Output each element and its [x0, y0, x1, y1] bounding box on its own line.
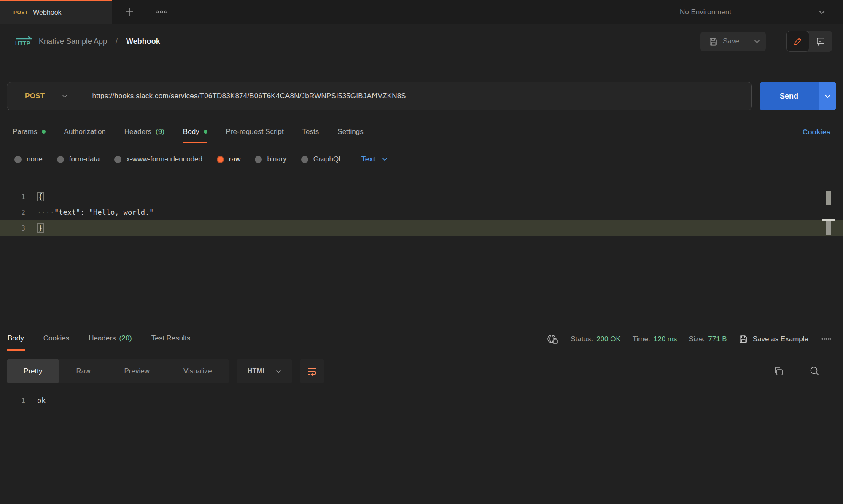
response-tab-headers[interactable]: Headers (20): [88, 327, 133, 351]
params-active-dot: [42, 130, 46, 134]
environment-selector[interactable]: No Environment: [660, 0, 843, 24]
response-tab-cookies[interactable]: Cookies: [43, 327, 70, 351]
body-mode-row: none form-data x-www-form-urlencoded raw…: [0, 151, 843, 168]
pencil-icon: [793, 37, 803, 46]
mode-graphql[interactable]: GraphQL: [301, 155, 343, 164]
view-preview-button[interactable]: Preview: [107, 359, 166, 383]
response-view-controls: Pretty Raw Preview Visualize HTML: [7, 359, 324, 383]
radio-icon: [301, 156, 308, 163]
radio-icon: [114, 156, 121, 163]
tab-authorization-label: Authorization: [64, 128, 106, 136]
chevron-down-icon: [754, 40, 760, 43]
mode-none[interactable]: none: [14, 155, 43, 164]
response-headers-count-badge: (20): [119, 334, 132, 343]
tab-tests-label: Tests: [302, 128, 319, 136]
cookies-link[interactable]: Cookies: [803, 128, 830, 137]
response-format-selector[interactable]: HTML: [237, 359, 293, 383]
header-actions: Save: [700, 31, 832, 52]
scrollbar-cursor-mark[interactable]: [826, 219, 831, 235]
environment-label: No Environment: [680, 8, 731, 16]
line-number: 3: [0, 220, 37, 236]
mode-form-data[interactable]: form-data: [57, 155, 100, 164]
view-segmented-control: Pretty Raw Preview Visualize: [7, 359, 229, 383]
mode-raw[interactable]: raw: [217, 155, 240, 164]
status-value: 200 OK: [596, 335, 621, 343]
code-content: "text": "Hello, world.": [54, 208, 154, 217]
line-number: 2: [0, 205, 37, 220]
request-tabs: Params Authorization Headers (9) Body Pr…: [13, 121, 364, 143]
body-active-dot: [204, 130, 207, 134]
tab-pre-request-label: Pre-request Script: [226, 128, 284, 136]
mode-binary[interactable]: binary: [255, 155, 286, 164]
request-url-row: POST https://hooks.slack.com/services/T0…: [7, 82, 836, 110]
response-tab-test-results[interactable]: Test Results: [151, 327, 191, 351]
response-options-button[interactable]: [820, 337, 831, 341]
scrollbar-annotation[interactable]: [826, 191, 831, 205]
tab-method-badge: POST: [13, 10, 28, 16]
status-pair[interactable]: Status: 200 OK: [571, 335, 621, 343]
tab-authorization[interactable]: Authorization: [64, 121, 106, 143]
send-options-button[interactable]: [819, 82, 836, 110]
time-label: Time:: [633, 335, 650, 343]
request-tab[interactable]: POST Webhook: [0, 0, 112, 24]
request-header-row: HTTP Knative Sample App / Webhook Save: [0, 24, 843, 59]
raw-language-selector[interactable]: Text: [361, 155, 388, 164]
line-number: 1: [0, 189, 37, 205]
method-selector[interactable]: POST: [7, 82, 82, 110]
tab-settings[interactable]: Settings: [337, 121, 363, 143]
response-tab-body-label: Body: [8, 334, 24, 343]
plus-icon: [124, 6, 135, 17]
response-body-viewer[interactable]: 1 ok: [0, 394, 843, 408]
tab-options-button[interactable]: [153, 7, 170, 16]
tab-headers[interactable]: Headers (9): [124, 121, 164, 143]
tab-params[interactable]: Params: [13, 121, 46, 143]
edit-documentation-button[interactable]: [786, 31, 809, 52]
time-pair[interactable]: Time: 120 ms: [633, 335, 677, 343]
view-pretty-button[interactable]: Pretty: [7, 359, 59, 383]
matched-bracket: }: [37, 223, 44, 233]
request-body-editor[interactable]: 1 { 2 ····"text": "Hello, world." 3 }: [0, 189, 843, 327]
view-visualize-button[interactable]: Visualize: [167, 359, 229, 383]
view-raw-button[interactable]: Raw: [59, 359, 107, 383]
matched-bracket: {: [37, 192, 44, 201]
code-text: {: [37, 189, 44, 205]
send-split-button: Send: [760, 82, 836, 110]
save-button[interactable]: Save: [700, 32, 748, 51]
send-button[interactable]: Send: [760, 82, 819, 110]
format-label: HTML: [248, 367, 267, 375]
response-actions: [770, 363, 829, 379]
breadcrumb-collection[interactable]: Knative Sample App: [39, 37, 107, 46]
response-tab-test-results-label: Test Results: [151, 334, 191, 343]
tab-tests[interactable]: Tests: [302, 121, 319, 143]
save-button-label: Save: [723, 37, 739, 46]
response-tab-body[interactable]: Body: [7, 327, 25, 351]
wrap-text-icon: [307, 366, 318, 376]
breadcrumb: HTTP Knative Sample App / Webhook: [15, 36, 160, 47]
tab-strip: [112, 0, 660, 24]
radio-icon: [57, 156, 64, 163]
url-input[interactable]: https://hooks.slack.com/services/T06TD83…: [82, 92, 406, 100]
headers-count-badge: (9): [156, 128, 164, 136]
tab-pre-request-script[interactable]: Pre-request Script: [226, 121, 284, 143]
response-tab-headers-label: Headers: [89, 334, 116, 343]
response-header-row: Body Cookies Headers (20) Test Results S…: [0, 327, 843, 351]
wrap-lines-button[interactable]: [300, 359, 324, 383]
comments-button[interactable]: [809, 31, 832, 52]
breadcrumb-request-name[interactable]: Webhook: [126, 37, 160, 46]
chevron-down-icon: [819, 10, 825, 14]
save-options-button[interactable]: [748, 32, 766, 51]
size-pair[interactable]: Size: 771 B: [689, 335, 727, 343]
whitespace-dots: ····: [37, 208, 54, 217]
save-as-example-button[interactable]: Save as Example: [739, 335, 808, 343]
tab-body[interactable]: Body: [183, 121, 207, 143]
response-content: ok: [37, 394, 46, 408]
network-lock-icon[interactable]: [547, 334, 559, 345]
response-toolbar: Pretty Raw Preview Visualize HTML: [0, 359, 843, 383]
mode-x-www-form-urlencoded[interactable]: x-www-form-urlencoded: [114, 155, 202, 164]
copy-response-button[interactable]: [770, 363, 786, 379]
search-response-button[interactable]: [807, 363, 823, 379]
size-label: Size:: [689, 335, 705, 343]
new-tab-button[interactable]: [121, 4, 137, 20]
response-tab-cookies-label: Cookies: [43, 334, 69, 343]
tab-params-label: Params: [13, 128, 38, 136]
